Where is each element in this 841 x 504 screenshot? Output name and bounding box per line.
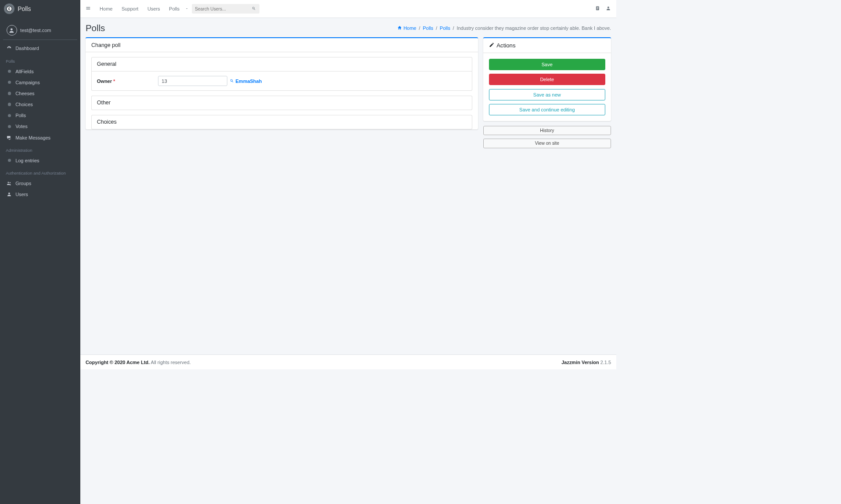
change-form-title: Change poll — [86, 38, 478, 53]
svg-point-5 — [607, 7, 609, 8]
save-button[interactable]: Save — [489, 59, 605, 70]
history-button[interactable]: History — [483, 126, 611, 136]
side-column: Actions Save Delete Save as new Save and… — [483, 37, 611, 151]
save-as-new-button[interactable]: Save as new — [489, 89, 605, 100]
owner-input[interactable] — [158, 76, 227, 86]
top-navbar: Home Support Users Polls — [80, 0, 616, 18]
breadcrumb-home[interactable]: Home — [403, 25, 416, 31]
sidebar-item-label: Dashboard — [15, 46, 39, 51]
sidebar-section-administration: Log entries — [0, 154, 80, 166]
footer-right: Jazzmin Version 2.1.5 — [561, 360, 611, 365]
sidebar-item-dashboard[interactable]: Dashboard — [3, 43, 78, 54]
user-avatar-icon — [7, 25, 17, 36]
comments-icon — [6, 135, 13, 140]
sidebar-item-votes[interactable]: Votes — [3, 122, 78, 132]
brand[interactable]: Polls — [0, 0, 80, 18]
account-icon[interactable] — [606, 6, 611, 12]
field-owner-row: Owner * EmmaShah — [97, 76, 467, 86]
required-star: * — [113, 79, 115, 84]
circle-icon — [6, 81, 13, 84]
content-header: Polls Home / Polls/ Polls/ Industry cons… — [80, 18, 616, 37]
section-other-header[interactable]: Other — [92, 96, 472, 110]
footer-left: Copyright © 2020 Acme Ltd. All rights re… — [86, 360, 191, 365]
sidebar: Polls test@test.com Dashboard Polls AllF… — [0, 0, 80, 369]
section-general-body: Owner * EmmaShah — [92, 71, 472, 90]
topnav-users[interactable]: Users — [143, 4, 165, 14]
breadcrumb-current: Industry consider they magazine order st… — [456, 25, 611, 31]
sidebar-item-log-entries[interactable]: Log entries — [3, 155, 78, 166]
sidebar-item-groups[interactable]: Groups — [3, 178, 78, 189]
section-other: Other — [91, 96, 472, 111]
breadcrumb-model[interactable]: Polls — [440, 25, 450, 31]
topnav-support[interactable]: Support — [117, 4, 143, 14]
search-input[interactable] — [195, 7, 252, 11]
search-icon — [230, 79, 235, 84]
svg-point-1 — [11, 28, 13, 30]
user-panel[interactable]: test@test.com — [3, 21, 77, 40]
save-continue-button[interactable]: Save and continue editing — [489, 104, 605, 115]
svg-point-2 — [8, 182, 9, 183]
user-email: test@test.com — [20, 28, 51, 33]
topnav-polls-dropdown[interactable]: Polls — [165, 4, 189, 14]
dashboard-icon — [6, 46, 13, 51]
sidebar-item-label: Cheeses — [15, 91, 34, 96]
breadcrumb-sep: / — [453, 25, 454, 31]
sidebar-toggle[interactable] — [86, 6, 91, 12]
user-icon — [6, 192, 13, 197]
circle-icon — [6, 114, 13, 117]
edit-icon — [489, 42, 497, 49]
caret-down-icon — [185, 7, 188, 11]
breadcrumb-sep: / — [419, 25, 420, 31]
circle-icon — [6, 125, 13, 128]
sidebar-item-campaigns[interactable]: Campaigns — [3, 77, 78, 88]
svg-point-4 — [8, 193, 10, 194]
breadcrumb-app[interactable]: Polls — [423, 25, 433, 31]
svg-point-3 — [10, 182, 11, 183]
sidebar-item-label: AllFields — [15, 69, 34, 74]
search-wrap — [192, 4, 259, 14]
circle-icon — [6, 103, 13, 106]
content: Change poll General Owner * — [80, 37, 616, 355]
view-on-site-button[interactable]: View on site — [483, 139, 611, 148]
owner-lookup-link[interactable]: EmmaShah — [230, 79, 262, 84]
sidebar-header-polls: Polls — [0, 54, 80, 66]
search-icon[interactable] — [252, 6, 256, 11]
topnav-polls[interactable]: Polls — [165, 4, 184, 14]
circle-icon — [6, 159, 13, 162]
change-form-card: Change poll General Owner * — [86, 37, 478, 129]
footer: Copyright © 2020 Acme Ltd. All rights re… — [80, 354, 616, 369]
docs-icon[interactable] — [595, 6, 600, 12]
sidebar-item-make-messages[interactable]: Make Messages — [3, 132, 78, 143]
circle-icon — [6, 92, 13, 95]
section-general: General Owner * — [91, 57, 472, 91]
topnav-home[interactable]: Home — [95, 4, 117, 14]
sidebar-item-label: Users — [15, 192, 28, 197]
sidebar-section-auth: Groups Users — [0, 178, 80, 200]
breadcrumb: Home / Polls/ Polls/ Industry consider t… — [397, 25, 611, 31]
actions-title: Actions — [496, 42, 515, 49]
actions-header: Actions — [483, 38, 611, 53]
sidebar-item-users[interactable]: Users — [3, 189, 78, 200]
main-column: Change poll General Owner * — [86, 37, 478, 135]
sidebar-nav: Dashboard — [0, 43, 80, 54]
delete-button[interactable]: Delete — [489, 74, 605, 85]
section-general-header[interactable]: General — [92, 57, 472, 71]
footer-jazzmin-label: Jazzmin Version — [561, 360, 599, 365]
main-wrapper: Home Support Users Polls — [80, 0, 616, 369]
sidebar-item-cheeses[interactable]: Cheeses — [3, 88, 78, 99]
owner-label: Owner * — [97, 79, 158, 84]
sidebar-item-label: Make Messages — [15, 135, 50, 140]
brand-icon — [4, 4, 14, 14]
home-icon — [397, 25, 402, 31]
sidebar-section-polls: AllFields Campaigns Cheeses Choices Poll… — [0, 65, 80, 143]
section-choices-header[interactable]: Choices — [92, 115, 472, 129]
actions-body: Save Delete Save as new Save and continu… — [483, 53, 611, 122]
users-icon — [6, 181, 13, 186]
sidebar-item-allfields[interactable]: AllFields — [3, 66, 78, 77]
footer-jazzmin-version: 2.1.5 — [599, 360, 611, 365]
sidebar-item-label: Log entries — [15, 158, 39, 163]
sidebar-item-polls[interactable]: Polls — [3, 110, 78, 121]
page-title: Polls — [86, 23, 105, 33]
sidebar-item-choices[interactable]: Choices — [3, 99, 78, 110]
sidebar-item-label: Choices — [15, 102, 33, 107]
